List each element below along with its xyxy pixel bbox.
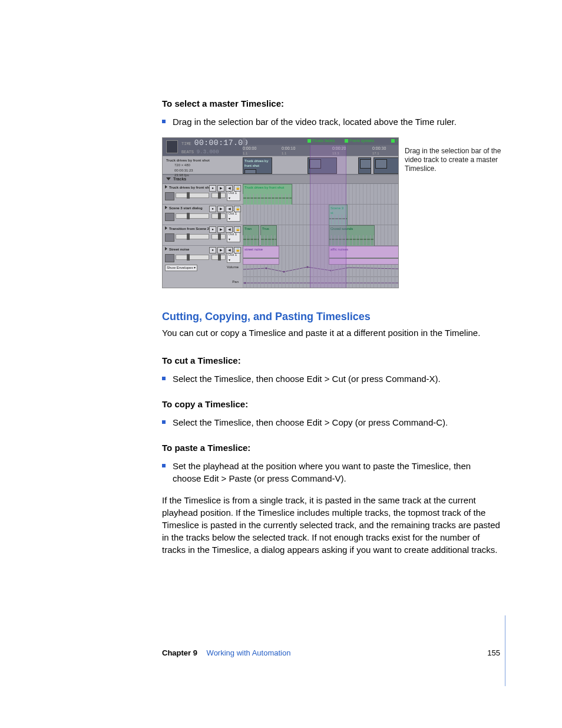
video-clip: [358, 157, 371, 174]
tracks-container: Truck drives by front shotOut 1 ▾●▶◀🔒Tru…: [163, 184, 398, 288]
output-selector[interactable]: Out 1 ▾: [227, 231, 241, 242]
chapter-label: Chapter 9: [162, 648, 197, 657]
volume-slider[interactable]: [176, 234, 209, 239]
show-envelopes-menu[interactable]: Show Envelopes ▾: [165, 265, 197, 271]
track-icon: [165, 254, 174, 262]
ruler-tick: 0:00:101.1: [282, 146, 295, 155]
figure-wrap: TIME 00:00:17.00 BEATS 9.3.000 Floats fa…: [162, 137, 500, 288]
master-timeslice-selection: [310, 145, 346, 288]
page-number: 155: [487, 648, 500, 658]
volume-slider[interactable]: [176, 213, 209, 219]
video-track-row: Truck drives by front shot 720 × 480 00:…: [163, 156, 398, 174]
marker-bar: Floats fadesFrank speaksFade out: [243, 138, 398, 145]
copy-bullet: Select the Timeslice, then choose Edit >…: [162, 416, 500, 429]
audio-track-row: Scene 3 start dialogOut 1 ▾●▶◀🔒Scene 3 s…: [163, 205, 398, 225]
copy-heading: To copy a Timeslice:: [162, 398, 500, 410]
track-panel: Street noiseOut 1 ▾●▶◀🔒Show Envelopes ▾V…: [163, 246, 243, 288]
mute-button[interactable]: ▶: [217, 226, 224, 233]
section-intro: You can cut or copy a Timeslice and past…: [162, 327, 500, 339]
volume-slider[interactable]: [176, 193, 209, 198]
lock-button[interactable]: 🔒: [234, 185, 241, 192]
pan-slider[interactable]: [211, 213, 226, 219]
video-thumb-icon: [166, 140, 178, 153]
paste-heading: To paste a Timeslice:: [162, 442, 500, 454]
ruler-tick: 0:00:3017.1: [372, 146, 386, 155]
svg-point-2: [307, 266, 309, 268]
chevron-down-icon: [166, 177, 171, 180]
track-panel: Truck drives by front shotOut 1 ▾●▶◀🔒: [163, 184, 243, 204]
record-button[interactable]: ●: [209, 185, 216, 192]
mute-button[interactable]: ▶: [217, 206, 224, 212]
lock-button[interactable]: 🔒: [234, 226, 241, 233]
track-panel: Scene 3 start dialogOut 1 ▾●▶◀🔒: [163, 205, 243, 225]
video-clip: [373, 157, 399, 174]
figure-caption: Drag in the selection bar of the video t…: [405, 147, 505, 173]
audio-track-row: Transition from Scene 2Out 1 ▾●▶◀🔒TranTr…: [163, 225, 398, 246]
solo-button[interactable]: ◀: [226, 226, 233, 233]
solo-button[interactable]: ◀: [226, 206, 233, 212]
timecode: TIME 00:00:17.00 BEATS 9.3.000: [181, 138, 248, 156]
audio-clip: Trus: [260, 225, 277, 248]
pan-slider[interactable]: [211, 234, 226, 239]
record-button[interactable]: ●: [209, 226, 216, 233]
audio-track-row: Street noiseOut 1 ▾●▶◀🔒Show Envelopes ▾V…: [163, 246, 398, 288]
track-panel: Transition from Scene 2Out 1 ▾●▶◀🔒: [163, 225, 243, 245]
margin-rule: [505, 615, 505, 686]
svg-point-1: [283, 271, 285, 273]
pan-slider[interactable]: [211, 193, 226, 198]
chevron-right-icon: [165, 226, 167, 230]
marker: Floats fades: [308, 138, 335, 144]
audio-clip: Truck drives by front shot: [243, 184, 292, 206]
lock-button[interactable]: 🔒: [234, 206, 241, 212]
paste-paragraph: If the Timeslice is from a single track,…: [162, 494, 500, 556]
track-icon: [165, 192, 174, 200]
output-selector[interactable]: Out 1 ▾: [227, 190, 241, 201]
video-track-panel: Truck drives by front shot 720 × 480 00:…: [163, 156, 243, 174]
ruler-tick: 0:00:001.1: [243, 146, 256, 155]
track-icon: [165, 213, 174, 221]
record-button[interactable]: ●: [209, 247, 216, 253]
video-clip: Truck drives by front shot: [243, 157, 272, 174]
cut-heading: To cut a Timeslice:: [162, 354, 500, 367]
pan-slider[interactable]: [211, 255, 226, 260]
screenshot-figure: TIME 00:00:17.00 BEATS 9.3.000 Floats fa…: [162, 137, 399, 288]
marker: Fade out: [391, 138, 399, 144]
audio-clip: street noise: [243, 246, 279, 265]
mute-button[interactable]: ▶: [217, 185, 224, 192]
solo-button[interactable]: ◀: [226, 185, 233, 192]
chevron-right-icon: [165, 247, 167, 251]
output-selector[interactable]: Out 1 ▾: [227, 210, 241, 222]
paste-bullet: Set the playhead at the position where y…: [162, 460, 500, 485]
track-icon: [165, 233, 174, 242]
cut-bullet: Select the Timeslice, then choose Edit >…: [162, 373, 500, 385]
section-heading: Cutting, Copying, and Pasting Timeslices: [162, 309, 500, 324]
svg-point-5: [244, 282, 246, 284]
audio-clip: Tran: [243, 225, 259, 248]
page-footer: Chapter 9 Working with Automation 155: [0, 648, 562, 658]
svg-point-0: [266, 268, 267, 269]
chevron-right-icon: [165, 206, 167, 209]
chapter-title: Working with Automation: [207, 648, 291, 657]
volume-slider[interactable]: [176, 255, 209, 260]
record-button[interactable]: ●: [209, 206, 216, 212]
lock-button[interactable]: 🔒: [234, 247, 241, 253]
audio-track-row: Truck drives by front shotOut 1 ▾●▶◀🔒Tru…: [163, 184, 398, 205]
select-bullet: Drag in the selection bar of the video t…: [162, 116, 500, 128]
marker: Frank speaks: [345, 138, 374, 144]
mute-button[interactable]: ▶: [217, 247, 224, 253]
chevron-right-icon: [165, 185, 167, 189]
select-heading: To select a master Timeslice:: [162, 97, 500, 110]
solo-button[interactable]: ◀: [226, 247, 233, 253]
output-selector[interactable]: Out 1 ▾: [227, 252, 241, 263]
